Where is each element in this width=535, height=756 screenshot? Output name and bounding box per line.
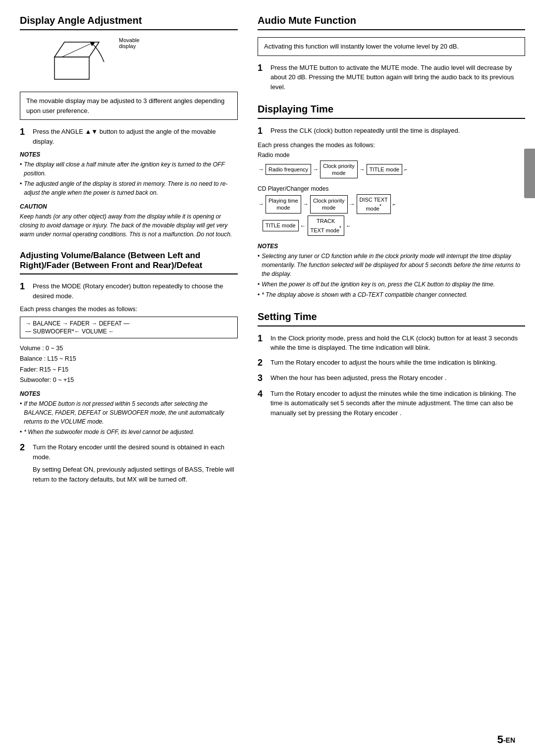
display-svg [50, 37, 129, 82]
disp-time-step-num-1: 1 [258, 126, 267, 137]
mute-step1: 1 Press the MUTE button to activate the … [258, 63, 525, 92]
disp-time-step-text-1: Press the CLK (clock) button repeatedly … [270, 126, 460, 136]
modes-intro: Each press changes the modes as follows: [20, 306, 238, 313]
display-diagram-area: Movable display [20, 37, 238, 85]
cd-mode-diagram: CD Player/Changer modes → Playing timemo… [258, 185, 525, 236]
radio-box-2: Clock prioritymode [320, 161, 358, 179]
set-time-step-num-2: 2 [258, 358, 267, 369]
vol-note-1: If the MODE button is not pressed within… [20, 399, 238, 426]
radio-flow-row: → Radio frequency → Clock prioritymode →… [258, 161, 525, 179]
page-suffix: -EN [503, 736, 515, 744]
displaying-time-section: Displaying Time 1 Press the CLK (clock) … [258, 104, 525, 299]
set-time-step-num-4: 4 [258, 389, 267, 400]
setting-time-section: Setting Time 1 In the Clock priority mod… [258, 311, 525, 418]
volume-balance-section: Adjusting Volume/Balance (Between Left a… [20, 251, 238, 484]
vol-step-text-1: Press the MODE (Rotary encoder) button r… [33, 281, 238, 301]
balance-row-1: → BALANCE → FADER → DEFEAT — [25, 320, 232, 327]
cd-return-line-1: ⌐ [393, 201, 396, 207]
displaying-time-title: Displaying Time [258, 104, 525, 119]
cd-arrow-start: → [258, 201, 265, 208]
page-number: 5-EN [497, 733, 515, 746]
cd-box-4: TITLE mode [263, 220, 299, 231]
set-time-step-text-4: Turn the Rotary encoder to adjust the mi… [270, 389, 525, 418]
cd-arrow-back: ← [300, 222, 307, 229]
movable-display-label: Movable display [119, 37, 149, 49]
display-angle-title: Display Angle Adjustment [20, 15, 238, 30]
vol-step-num-2: 2 [20, 442, 29, 453]
set-time-step-num-1: 1 [258, 333, 267, 344]
radio-box-3: TITLE mode [367, 164, 403, 175]
value-item-1: Balance : L15 ~ R15 [20, 354, 238, 364]
cd-box-5: TRACKTEXT mode* [308, 216, 344, 235]
vol-step-text-2: Turn the Rotary encoder until the desire… [33, 442, 238, 462]
side-tab [524, 149, 535, 198]
step-num-1: 1 [20, 127, 29, 138]
note-item-1: The display will close a half minute aft… [20, 160, 238, 178]
vol-notes-block: NOTES If the MODE button is not pressed … [20, 390, 238, 436]
set-time-step-text-1: In the Clock priority mode, press and ho… [270, 333, 525, 353]
step-text-1: Press the ANGLE ▲▼ button to adjust the … [33, 127, 238, 146]
values-list: Volume : 0 ~ 35 Balance : L15 ~ R15 Fade… [20, 343, 238, 385]
set-time-step2: 2 Turn the Rotary encoder to adjust the … [258, 358, 525, 369]
radio-arrow-start: → [258, 166, 265, 173]
balance-diagram: → BALANCE → FADER → DEFEAT — — SUBWOOFER… [20, 317, 238, 338]
mute-info-box: Activating this function will instantly … [258, 37, 525, 56]
set-time-step-text-3: When the hour has been adjusted, press t… [270, 373, 447, 383]
cd-box-2: Clock prioritymode [310, 195, 348, 214]
radio-mode-diagram: Radio mode → Radio frequency → Clock pri… [258, 152, 525, 179]
notes-block-1: NOTES The display will close a half minu… [20, 151, 238, 197]
notes-label-1: NOTES [20, 151, 238, 158]
vol-notes-label: NOTES [20, 390, 238, 397]
cd-box-3: DISC TEXTmode* [357, 194, 391, 214]
audio-mute-section: Audio Mute Function Activating this func… [258, 15, 525, 92]
volume-step1: 1 Press the MODE (Rotary encoder) button… [20, 281, 238, 301]
note-item-2: The adjusted angle of the display is sto… [20, 179, 238, 197]
radio-arrow-1: → [312, 166, 319, 173]
disp-time-note-3: * The display above is shown with a CD-T… [258, 290, 525, 299]
cd-flow-row2: TITLE mode ← TRACKTEXT mode* ← [263, 216, 525, 235]
volume-step2: 2 Turn the Rotary encoder until the desi… [20, 442, 238, 484]
display-diagram: Movable display [50, 37, 149, 82]
display-angle-section: Display Angle Adjustment Movable display [20, 15, 238, 239]
radio-return-line: ⌐ [404, 166, 407, 172]
cd-arrow-back2: ← [345, 222, 352, 229]
display-info-box: The movable display may be adjusted to 3… [20, 92, 238, 120]
disp-time-note-1: Selecting any tuner or CD function while… [258, 252, 525, 278]
balance-row-text-1: → BALANCE → FADER → DEFEAT — [25, 320, 129, 327]
cd-arrow-2: → [349, 201, 356, 208]
radio-arrow-2: → [359, 166, 366, 173]
balance-row-text-2: — SUBWOOFER*← VOLUME ← [25, 328, 114, 335]
vol-step2-extra: By setting Defeat ON, previously adjuste… [33, 465, 238, 484]
setting-time-title: Setting Time [258, 311, 525, 326]
radio-box-1: Radio frequency [266, 164, 311, 175]
vol-note-2: * When the subwoofer mode is OFF, its le… [20, 428, 238, 436]
cd-box-1: Playing timemode [266, 195, 301, 214]
cd-label: CD Player/Changer modes [258, 185, 525, 192]
disp-time-step1: 1 Press the CLK (clock) button repeatedl… [258, 126, 525, 137]
disp-time-notes-label: NOTES [258, 243, 525, 250]
disp-time-notes-block: NOTES Selecting any tuner or CD function… [258, 243, 525, 299]
mute-step-num-1: 1 [258, 63, 267, 74]
set-time-step-text-2: Turn the Rotary encoder to adjust the ho… [270, 358, 497, 368]
value-item-3: Subwoofer: 0 ~ +15 [20, 375, 238, 385]
disp-time-note-2: When the power is off but the ignition k… [258, 280, 525, 289]
set-time-step1: 1 In the Clock priority mode, press and … [258, 333, 525, 353]
caution-label: CAUTION [20, 203, 238, 210]
page-num-value: 5 [497, 733, 503, 746]
svg-rect-0 [54, 57, 89, 79]
set-time-step3: 3 When the hour has been adjusted, press… [258, 373, 525, 384]
radio-label: Radio mode [258, 152, 525, 159]
vol-step-num-1: 1 [20, 281, 29, 292]
mute-step-text-1: Press the MUTE button to activate the MU… [270, 63, 525, 92]
display-step1: 1 Press the ANGLE ▲▼ button to adjust th… [20, 127, 238, 146]
value-item-0: Volume : 0 ~ 35 [20, 343, 238, 354]
caution-text: Keep hands (or any other object) away fr… [20, 212, 238, 239]
set-time-step4: 4 Turn the Rotary encoder to adjust the … [258, 389, 525, 418]
disp-modes-intro: Each press changes the modes as follows: [258, 142, 525, 149]
cd-arrow-1: → [302, 201, 309, 208]
cd-flow-row1: → Playing timemode → Clock prioritymode … [258, 194, 525, 214]
caution-block: CAUTION Keep hands (or any other object)… [20, 203, 238, 239]
value-item-2: Fader: R15 ~ F15 [20, 365, 238, 375]
set-time-step-num-3: 3 [258, 373, 267, 384]
balance-row-2: — SUBWOOFER*← VOLUME ← [25, 328, 232, 335]
